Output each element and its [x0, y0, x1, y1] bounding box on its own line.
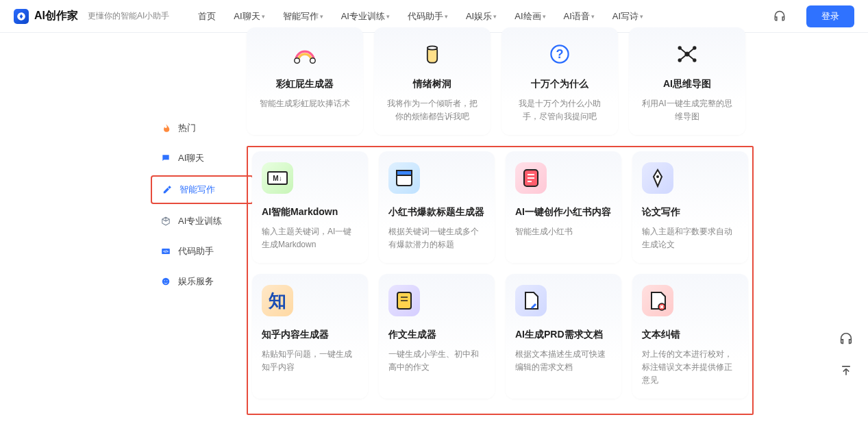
sidebar-item-code[interactable]: </> 代码助手	[151, 238, 253, 264]
card-why[interactable]: ? 十万个为什么 我是十万个为什么小助手，尽管向我提问吧	[501, 27, 618, 135]
chevron-down-icon: ▾	[640, 13, 643, 20]
sidebar-label: 智能写作	[179, 184, 215, 196]
card-title: AI思维导图	[638, 78, 736, 90]
card-title: 作文生成器	[388, 329, 485, 341]
card-essay[interactable]: 作文生成器 一键生成小学生、初中和高中的作文	[379, 274, 495, 399]
chevron-down-icon: ▾	[320, 13, 323, 20]
essay-icon	[388, 285, 420, 316]
sidebar-item-write[interactable]: 智能写作	[151, 175, 253, 204]
sidebar: 热门 AI聊天 智能写作 AI专业训练 </> 代码助手 娱乐服务	[151, 115, 253, 294]
card-mindmap[interactable]: AI思维导图 利用AI一键生成完整的思维导图	[629, 27, 745, 135]
chevron-down-icon: ▾	[445, 13, 448, 20]
card-desc: 我将作为一个倾听者，把你的烦恼都告诉我吧	[384, 97, 481, 123]
card-desc: 输入主题和字数要求自动生成论文	[642, 225, 739, 251]
note-icon	[515, 162, 547, 194]
card-title: 知乎内容生成器	[262, 329, 358, 341]
card-desc: 对上传的文本进行校对，标注错误文本并提供修正意见	[642, 348, 739, 386]
card-title: 情绪树洞	[384, 78, 481, 90]
card-desc: 智能生成彩虹屁吹捧话术	[256, 97, 354, 110]
svg-point-8	[427, 46, 437, 49]
jar-icon	[417, 38, 448, 70]
zhi-icon: 知	[262, 285, 293, 316]
nav-voice[interactable]: AI语音▾	[564, 10, 595, 23]
svg-text:</>: </>	[163, 249, 169, 253]
card-row-top: 彩虹屁生成器 智能生成彩虹屁吹捧话术 情绪树洞 我将作为一个倾听者，把你的烦恼都…	[247, 27, 754, 135]
card-prd[interactable]: AI生成PRD需求文档 根据文本描述生成可快速编辑的需求文档	[506, 274, 621, 399]
content-area: 彩虹屁生成器 智能生成彩虹屁吹捧话术 情绪树洞 我将作为一个倾听者，把你的烦恼都…	[247, 27, 754, 415]
card-xhs-title[interactable]: 小红书爆款标题生成器 根据关键词一键生成多个有爆款潜力的标题	[379, 151, 495, 263]
nav-poem[interactable]: AI写诗▾	[612, 10, 643, 23]
fire-icon	[160, 123, 171, 134]
svg-text:?: ?	[556, 47, 564, 61]
logo-icon	[14, 9, 29, 24]
mindmap-icon	[671, 38, 703, 70]
card-title: AI生成PRD需求文档	[515, 329, 612, 341]
card-emotion[interactable]: 情绪树洞 我将作为一个倾听者，把你的烦恼都告诉我吧	[374, 27, 491, 135]
nav-fun[interactable]: AI娱乐▾	[466, 10, 497, 23]
svg-point-24	[656, 175, 659, 178]
question-icon: ?	[544, 38, 575, 70]
sidebar-item-chat[interactable]: AI聊天	[151, 145, 253, 171]
card-desc: 我是十万个为什么小助手，尽管向我提问吧	[511, 97, 608, 123]
chevron-down-icon: ▾	[543, 13, 546, 20]
float-buttons	[836, 329, 856, 380]
sidebar-item-hot[interactable]: 热门	[151, 115, 253, 141]
chat-icon	[160, 153, 171, 164]
sidebar-label: AI聊天	[178, 152, 204, 164]
tagline: 更懂你的智能AI小助手	[88, 10, 169, 22]
prd-icon	[515, 285, 547, 316]
code-icon: </>	[160, 246, 171, 257]
login-button[interactable]: 登录	[806, 5, 854, 27]
svg-point-5	[295, 58, 300, 64]
nav-write[interactable]: 智能写作▾	[283, 10, 323, 23]
card-title: 十万个为什么	[511, 78, 608, 90]
support-icon[interactable]	[772, 9, 787, 24]
card-desc: 根据关键词一键生成多个有爆款潜力的标题	[388, 225, 485, 251]
card-xhs-content[interactable]: AI一键创作小红书内容 智能生成小红书	[506, 151, 621, 263]
nav-chat[interactable]: AI聊天▾	[234, 10, 264, 23]
card-row-bot: 知 知乎内容生成器 粘贴知乎问题，一键生成知乎内容 作文生成器 一键生成小学生、…	[252, 274, 748, 399]
chevron-down-icon: ▾	[386, 13, 390, 20]
card-markdown[interactable]: M↓ AI智能Markdown 输入主题关键词，AI一键生成Markdown	[252, 151, 368, 263]
card-thesis[interactable]: 论文写作 输入主题和字数要求自动生成论文	[632, 151, 748, 263]
cube-icon	[160, 216, 171, 227]
edit-icon	[162, 184, 173, 195]
correct-icon	[642, 285, 673, 316]
window-icon	[388, 162, 420, 194]
highlight-box: M↓ AI智能Markdown 输入主题关键词，AI一键生成Markdown 小…	[247, 146, 754, 415]
card-title: 小红书爆款标题生成器	[388, 206, 485, 218]
svg-rect-19	[397, 171, 412, 175]
nav-home[interactable]: 首页	[198, 10, 216, 23]
card-title: 论文写作	[642, 206, 739, 218]
rainbow-icon	[289, 38, 321, 70]
chevron-down-icon: ▾	[493, 13, 497, 20]
nav-train[interactable]: AI专业训练▾	[341, 10, 390, 23]
sidebar-label: 热门	[178, 122, 196, 134]
logo[interactable]: AI创作家	[14, 9, 78, 24]
support-float-icon[interactable]	[836, 329, 856, 349]
svg-point-6	[310, 58, 316, 64]
card-correct[interactable]: 文本纠错 对上传的文本进行校对，标注错误文本并提供修正意见	[632, 274, 748, 399]
sidebar-item-fun[interactable]: 娱乐服务	[151, 268, 253, 294]
nav-code[interactable]: 代码助手▾	[408, 10, 448, 23]
card-desc: 智能生成小红书	[515, 225, 612, 238]
chevron-down-icon: ▾	[591, 13, 595, 20]
smile-icon	[160, 276, 171, 287]
svg-point-2	[162, 278, 170, 286]
back-to-top-icon[interactable]	[836, 361, 856, 380]
card-title: 文本纠错	[642, 329, 739, 341]
sidebar-item-train[interactable]: AI专业训练	[151, 208, 253, 234]
card-rainbow[interactable]: 彩虹屁生成器 智能生成彩虹屁吹捧话术	[247, 27, 363, 135]
card-title: 彩虹屁生成器	[256, 78, 354, 90]
card-desc: 粘贴知乎问题，一键生成知乎内容	[262, 348, 358, 373]
card-row-mid: M↓ AI智能Markdown 输入主题关键词，AI一键生成Markdown 小…	[252, 151, 748, 263]
svg-point-3	[164, 280, 165, 281]
sidebar-label: 娱乐服务	[178, 275, 214, 288]
svg-point-4	[166, 280, 167, 281]
card-zhihu[interactable]: 知 知乎内容生成器 粘贴知乎问题，一键生成知乎内容	[252, 274, 368, 399]
pen-icon	[642, 162, 673, 194]
chevron-down-icon: ▾	[262, 13, 265, 20]
card-desc: 利用AI一键生成完整的思维导图	[638, 97, 736, 123]
card-title: AI智能Markdown	[262, 206, 358, 218]
nav-paint[interactable]: AI绘画▾	[514, 10, 545, 23]
